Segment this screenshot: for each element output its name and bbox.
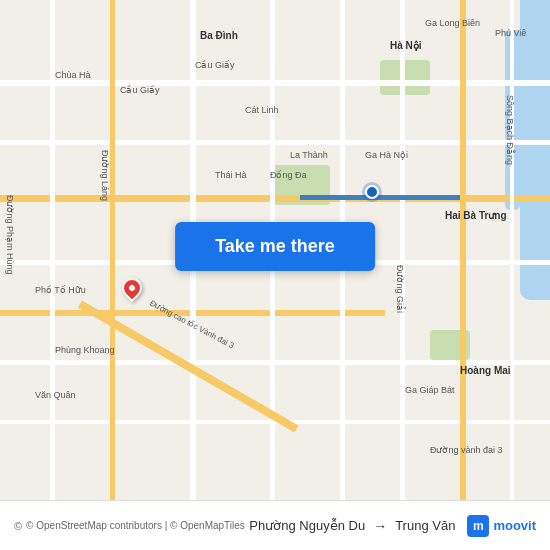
label-chua-ha: Chùa Hà: [55, 70, 91, 80]
origin-marker: [365, 185, 379, 199]
label-song-bach-dang: Sông Bạch Đằng: [505, 95, 515, 165]
label-ga-long-bien: Ga Long Biên: [425, 18, 480, 28]
label-duong-lang: Đường Láng: [100, 150, 110, 201]
take-me-there-button[interactable]: Take me there: [175, 222, 375, 271]
green-area-3: [380, 60, 430, 95]
route-to: Trung Văn: [395, 518, 455, 533]
label-hai-ba-trung: Hai Bà Trưng: [445, 210, 507, 221]
label-thai-ha: Thái Hà: [215, 170, 247, 180]
label-hoang-mai: Hoàng Mai: [460, 365, 511, 376]
road-h2: [0, 140, 550, 145]
river-east: [520, 0, 550, 300]
label-pho-to-huu: Phố Tố Hữu: [35, 285, 86, 295]
label-phung-khoang: Phùng Khoang: [55, 345, 115, 355]
road-v6: [400, 0, 405, 500]
label-ga-hanoi: Ga Hà Nội: [365, 150, 408, 160]
label-hanoi: Hà Nội: [390, 40, 422, 51]
pin-dot: [128, 284, 136, 292]
label-pham-hung: Đường Phạm Hùng: [5, 195, 15, 275]
destination-marker: [122, 278, 142, 298]
label-cau-giay-1: Cầu Giấy: [120, 85, 160, 95]
route-highlight: [300, 195, 460, 200]
route-info: Phường Nguyễn Du → Trung Văn: [249, 518, 455, 534]
road-v8: [510, 0, 514, 500]
label-cau-giay-2: Cầu Giấy: [195, 60, 235, 70]
label-phu-viet: Phú Viê: [495, 28, 526, 38]
bottom-bar: © © OpenStreetMap contributors | © OpenM…: [0, 500, 550, 550]
origin-dot: [365, 185, 379, 199]
moovit-brand-name: moovit: [493, 518, 536, 533]
copyright-text: © OpenStreetMap contributors | © OpenMap…: [26, 520, 245, 531]
map-container: Ba Đình Hà Nội Chùa Hà Cầu Giấy Cầu Giấy…: [0, 0, 550, 500]
copyright-info: © © OpenStreetMap contributors | © OpenM…: [14, 520, 245, 532]
moovit-logo: m moovit: [467, 515, 536, 537]
label-van-quan: Văn Quân: [35, 390, 76, 400]
road-v7: [460, 0, 466, 500]
label-duong-giai: Đường Giải: [395, 265, 405, 313]
route-from: Phường Nguyễn Du: [249, 518, 365, 533]
road-v2: [110, 0, 115, 500]
label-ga-giap-bat: Ga Giáp Bát: [405, 385, 455, 395]
road-h1: [0, 80, 550, 86]
copyright-icon: ©: [14, 520, 22, 532]
road-h3: [0, 195, 550, 202]
label-dong-da: Đống Đa: [270, 170, 307, 180]
label-duong-vanh-dai-3: Đường vành đai 3: [430, 445, 503, 455]
label-la-thanh: La Thành: [290, 150, 328, 160]
route-arrow-icon: →: [373, 518, 387, 534]
label-cat-linh: Cát Linh: [245, 105, 279, 115]
label-ba-dinh: Ba Đình: [200, 30, 238, 41]
moovit-brand-icon: m: [467, 515, 489, 537]
pin-shape: [118, 274, 146, 302]
